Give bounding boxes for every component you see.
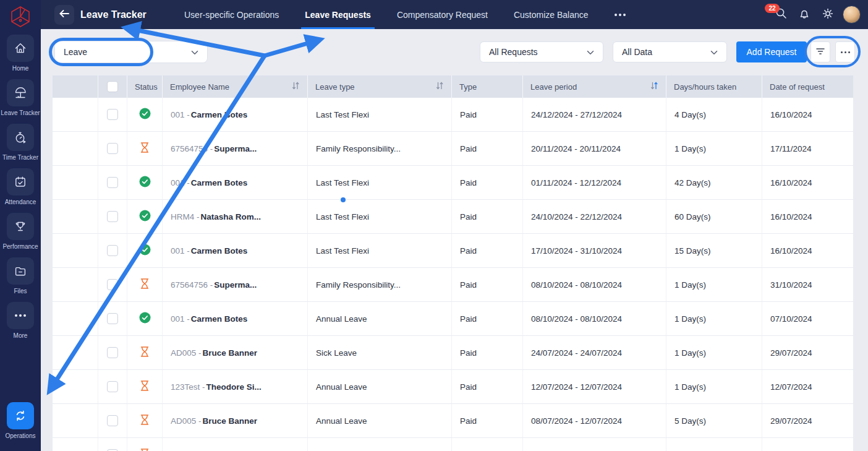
bell-icon (798, 7, 811, 22)
leave-period-cell: 08/07/2024 - 12/07/2024 (522, 404, 666, 437)
leave-type-cell: Annual Leave (307, 370, 451, 403)
row-spacer (53, 200, 98, 233)
sidebar-item-label: Performance (2, 243, 38, 250)
leave-period-cell: 17/10/2024 - 31/10/2024 (522, 234, 666, 267)
row-spacer (53, 438, 98, 451)
ellipsis-icon (615, 14, 626, 16)
table-row (53, 438, 853, 451)
employee-name-cell[interactable]: 001 -Carmen Botes (162, 98, 307, 131)
sort-icon-active[interactable] (650, 82, 658, 92)
request-filter-select[interactable]: All Requests (480, 41, 603, 62)
chevron-down-icon (710, 47, 718, 57)
select-all-checkbox[interactable] (107, 81, 118, 92)
row-checkbox[interactable] (107, 245, 118, 256)
row-checkbox[interactable] (107, 313, 118, 324)
employee-name-cell[interactable]: 67564756 -Superma... (162, 132, 307, 165)
date-of-request-cell: 16/10/2024 (762, 234, 853, 267)
employee-name-cell[interactable]: AD005 -Bruce Banner (162, 404, 307, 437)
date-of-request-cell: 16/10/2024 (762, 98, 853, 131)
days-taken-cell: 1 Day(s) (666, 132, 762, 165)
employee-name-cell[interactable]: 001 -Carmen Botes (162, 166, 307, 199)
filter-button[interactable] (811, 41, 830, 62)
avatar (843, 6, 861, 24)
leave-type-cell: Family Responsibility... (307, 268, 451, 301)
date-of-request-cell: 31/10/2024 (762, 268, 853, 301)
employee-name-cell[interactable]: 123Test -Theodore Si... (162, 370, 307, 403)
column-employee-name[interactable]: Employee Name (162, 75, 307, 98)
notifications-button[interactable] (793, 0, 816, 29)
row-checkbox[interactable] (107, 381, 118, 392)
employee-name-cell[interactable]: 001 -Carmen Botes (162, 302, 307, 335)
user-menu[interactable] (840, 0, 863, 29)
date-of-request-cell: 17/11/2024 (762, 132, 853, 165)
column-leave-type[interactable]: Leave type (307, 75, 451, 98)
sidebar-item-performance[interactable]: Performance (0, 213, 41, 257)
row-checkbox[interactable] (107, 211, 118, 222)
umbrella-icon (7, 79, 34, 106)
sidebar-item-more[interactable]: More (0, 302, 41, 346)
table-row: AD005 -Bruce Banner Sick Leave Paid 24/0… (53, 336, 853, 370)
sort-icon[interactable] (291, 82, 300, 92)
sidebar-item-time-tracker[interactable]: Time Tracker (0, 124, 41, 168)
data-scope-select[interactable]: All Data (613, 41, 727, 62)
sidebar-item-home[interactable]: Home (0, 35, 41, 79)
row-spacer (53, 302, 98, 335)
type-cell: Paid (451, 234, 522, 267)
more-actions-button[interactable] (835, 41, 855, 62)
top-header: Leave Tracker User-specific Operations L… (41, 0, 868, 29)
tab-user-specific-operations[interactable]: User-specific Operations (184, 0, 279, 29)
row-checkbox[interactable] (107, 109, 118, 120)
leave-period-cell (522, 438, 666, 451)
column-leave-period[interactable]: Leave period (522, 75, 666, 98)
leave-type-cell: Last Test Flexi (307, 234, 451, 267)
row-checkbox[interactable] (107, 279, 118, 290)
employee-name-cell[interactable]: HRM4 -Natasha Rom... (162, 200, 307, 233)
status-approved-icon (139, 244, 151, 257)
row-checkbox[interactable] (107, 347, 118, 358)
employee-name-cell[interactable] (162, 438, 307, 451)
row-checkbox[interactable] (107, 177, 118, 188)
employee-name-cell[interactable]: AD005 -Bruce Banner (162, 336, 307, 369)
tab-compensatory-request[interactable]: Compensatory Request (397, 0, 488, 29)
sidebar-item-leave-tracker[interactable]: Leave Tracker (0, 79, 41, 124)
tab-leave-requests[interactable]: Leave Requests (305, 0, 371, 29)
row-spacer (53, 404, 98, 437)
tab-customize-balance[interactable]: Customize Balance (514, 0, 589, 29)
table-row: 001 -Carmen Botes Last Test Flexi Paid 1… (53, 234, 853, 268)
status-approved-icon (139, 108, 151, 121)
type-cell: Paid (451, 200, 522, 233)
add-request-button[interactable]: Add Request (736, 41, 807, 62)
employee-name-cell[interactable]: 001 -Carmen Botes (162, 234, 307, 267)
employee-name-cell[interactable]: 67564756 -Superma... (162, 268, 307, 301)
module-select-value: Leave (64, 47, 87, 57)
sidebar-item-label: More (14, 332, 28, 339)
type-cell: Paid (451, 336, 522, 369)
type-cell: Paid (451, 404, 522, 437)
module-select[interactable]: Leave (54, 41, 208, 63)
filter-icon (816, 46, 825, 58)
type-cell: Paid (451, 302, 522, 335)
status-pending-icon (140, 346, 150, 359)
status-pending-icon (140, 448, 150, 451)
days-taken-cell: 60 Day(s) (666, 200, 762, 233)
sidebar-item-files[interactable]: Files (0, 257, 41, 302)
type-cell: Paid (451, 268, 522, 301)
sort-icon[interactable] (435, 82, 444, 92)
sidebar-item-label: Home (12, 65, 29, 72)
leave-type-cell: Annual Leave (307, 302, 451, 335)
days-taken-cell: 1 Day(s) (666, 268, 762, 301)
request-filter-value: All Requests (489, 47, 538, 57)
settings-button[interactable] (816, 0, 840, 29)
sidebar-item-label: Operations (6, 432, 36, 439)
date-of-request-cell: 07/10/2024 (762, 302, 853, 335)
row-checkbox[interactable] (107, 415, 118, 426)
sidebar-item-attendance[interactable]: Attendance (0, 168, 41, 213)
sidebar-item-operations[interactable]: Operations (0, 402, 41, 447)
back-button[interactable] (54, 5, 74, 25)
sidebar-items: Home Leave Tracker Time Tracker (0, 35, 41, 346)
column-days-hours-taken: Days/hours taken (666, 75, 762, 98)
app-logo[interactable] (7, 4, 33, 30)
row-checkbox[interactable] (107, 143, 118, 154)
type-cell (451, 438, 522, 451)
tabs-overflow-button[interactable] (615, 14, 626, 16)
